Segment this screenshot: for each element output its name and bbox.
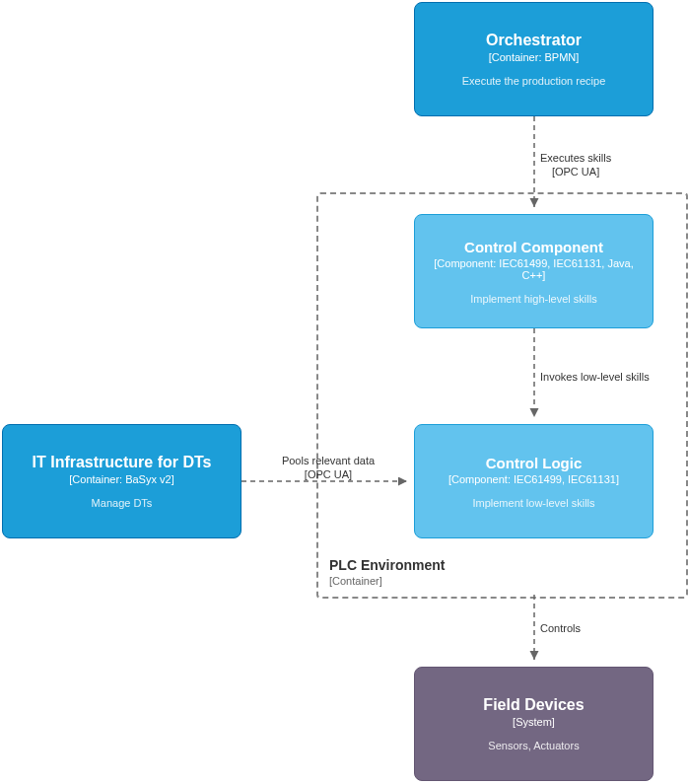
it-infra-desc: Manage DTs: [11, 497, 233, 509]
it-infra-title: IT Infrastructure for DTs: [11, 454, 233, 471]
orchestrator-desc: Execute the production recipe: [423, 75, 645, 87]
control-logic-title: Control Logic: [423, 455, 645, 471]
edge-invokes-text: Invokes low-level skills: [540, 371, 650, 383]
node-control-component: Control Component [Component: IEC61499, …: [414, 214, 654, 328]
edge-invokes: [528, 328, 540, 425]
field-devices-subtitle: [System]: [423, 716, 645, 728]
edge-pools-text: Pools relevant data: [282, 455, 375, 466]
edge-controls-label: Controls: [540, 621, 581, 635]
field-devices-desc: Sensors, Actuators: [423, 740, 645, 751]
control-logic-desc: Implement low-level skills: [423, 497, 645, 509]
orchestrator-subtitle: [Container: BPMN]: [423, 51, 645, 63]
field-devices-title: Field Devices: [423, 696, 645, 714]
it-infra-subtitle: [Container: BaSyx v2]: [11, 473, 233, 485]
edge-exec-text: Executes skills: [540, 152, 611, 164]
edge-pools-sub: [OPC UA]: [305, 468, 352, 480]
edge-pools-label: Pools relevant data [OPC UA]: [274, 454, 382, 482]
edge-controls: [528, 595, 540, 668]
edge-executes-skills-label: Executes skills [OPC UA]: [540, 151, 611, 179]
edge-exec-sub: [OPC UA]: [552, 166, 599, 178]
control-logic-subtitle: [Component: IEC61499, IEC61131]: [423, 473, 645, 485]
edge-controls-text: Controls: [540, 622, 581, 634]
node-control-logic: Control Logic [Component: IEC61499, IEC6…: [414, 424, 654, 538]
edge-executes-skills: [528, 116, 540, 215]
node-orchestrator: Orchestrator [Container: BPMN] Execute t…: [414, 2, 654, 116]
node-field-devices: Field Devices [System] Sensors, Actuator…: [414, 667, 654, 781]
plc-environment-label: PLC Environment [Container]: [329, 557, 445, 587]
plc-environment-title: PLC Environment: [329, 557, 445, 573]
architecture-diagram: Orchestrator [Container: BPMN] Execute t…: [0, 0, 688, 784]
control-component-title: Control Component: [423, 239, 645, 255]
edge-invokes-label: Invokes low-level skills: [540, 370, 650, 384]
orchestrator-title: Orchestrator: [423, 32, 645, 49]
plc-environment-subtitle: [Container]: [329, 575, 445, 587]
node-it-infra: IT Infrastructure for DTs [Container: Ba…: [2, 424, 241, 538]
control-component-subtitle: [Component: IEC61499, IEC61131, Java, C+…: [423, 257, 645, 281]
control-component-desc: Implement high-level skills: [423, 293, 645, 305]
